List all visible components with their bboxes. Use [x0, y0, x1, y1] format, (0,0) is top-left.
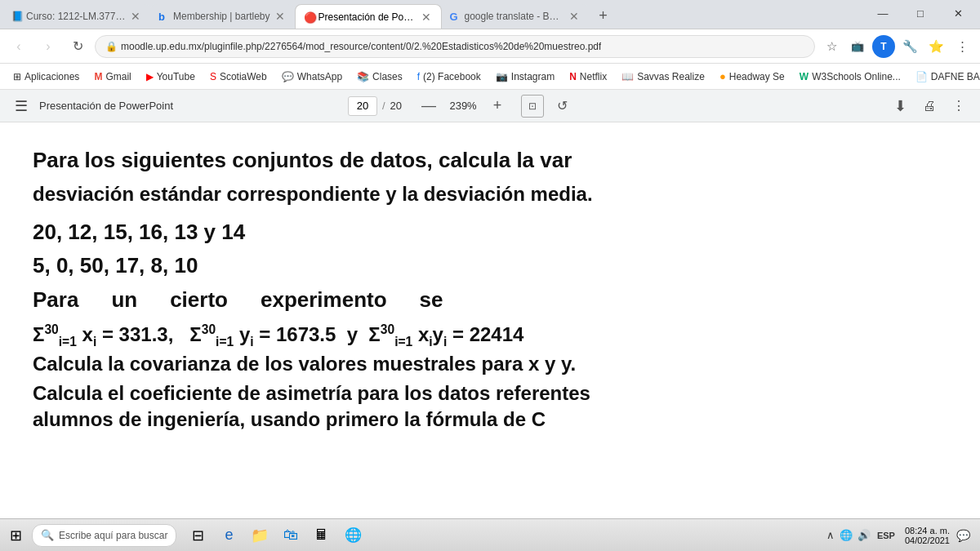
window-controls: — □ ✕: [864, 1, 977, 25]
taskbar-store[interactable]: 🛍: [276, 521, 305, 550]
tab-title-3: Presentación de PowerPoint: [318, 11, 416, 23]
start-button[interactable]: ⊞: [3, 521, 29, 550]
taskbar-right: ∧ 🌐 🔊 ESP 08:24 a. m. 04/02/2021 💬: [826, 526, 977, 545]
maximize-button[interactable]: □: [902, 1, 939, 25]
pdf-zoom-in-button[interactable]: +: [487, 96, 508, 117]
clock-date: 04/02/2021: [905, 535, 950, 545]
pdf-zoom-out-button[interactable]: —: [418, 96, 439, 117]
pdf-download-icon[interactable]: ⬇: [889, 95, 911, 118]
taskbar-edge[interactable]: e: [214, 521, 243, 550]
minimize-button[interactable]: —: [864, 1, 902, 25]
bookmark-gmail[interactable]: M Gmail: [87, 69, 137, 85]
bookmark-savvas[interactable]: 📖 Savvas Realize: [615, 69, 711, 85]
bookmark-label-aplicaciones: Aplicaciones: [24, 71, 79, 82]
bookmark-star-icon[interactable]: ☆: [820, 35, 843, 58]
extension1-icon[interactable]: 🔧: [898, 35, 921, 58]
apps-icon: ⊞: [13, 71, 21, 82]
pdf-page-input[interactable]: [348, 96, 377, 116]
bookmark-clases[interactable]: 📚 Clases: [350, 69, 409, 85]
pdf-calcula2: Calcula el coeficiente de asimetría para…: [33, 382, 947, 405]
address-bar[interactable]: 🔒 moodle.up.edu.mx/pluginfile.php/227656…: [95, 35, 815, 58]
tab-close-2[interactable]: ✕: [274, 10, 287, 23]
pdf-menu-button[interactable]: ☰: [10, 95, 33, 118]
account-icon[interactable]: T: [872, 35, 895, 58]
bookmark-youtube[interactable]: ▶ YouTube: [140, 69, 202, 85]
pdf-toolbar: ☰ Presentación de PowerPoint / 20 — 239%…: [0, 90, 980, 122]
tray-volume-icon[interactable]: 🔊: [858, 529, 871, 541]
bookmark-label-w3schools: W3Schools Online...: [812, 71, 901, 82]
tab-curso[interactable]: 📘 Curso: 1212-LM.3772 Estadística ✕: [3, 4, 150, 29]
taskbar-chrome[interactable]: 🌐: [338, 521, 368, 550]
forward-button[interactable]: ›: [36, 34, 60, 59]
pdf-more-icon[interactable]: ⋮: [947, 95, 970, 118]
tab-title-1: Curso: 1212-LM.3772 Estadística: [26, 11, 126, 22]
pdf-fit-icon[interactable]: ⊡: [521, 95, 544, 118]
savvas-icon: 📖: [621, 71, 634, 82]
tab-ppt[interactable]: 🔴 Presentación de PowerPoint ✕: [295, 4, 442, 29]
tab-bartleby[interactable]: b Membership | bartleby ✕: [150, 4, 295, 29]
bookmark-label-savvas: Savvas Realize: [637, 71, 705, 82]
tray-caret-icon[interactable]: ∧: [826, 529, 835, 541]
pdf-print-icon[interactable]: 🖨: [918, 95, 941, 118]
extension2-icon[interactable]: ⭐: [924, 35, 947, 58]
bookmark-label-youtube: YouTube: [157, 71, 195, 82]
back-button[interactable]: ‹: [7, 34, 31, 59]
cast-icon[interactable]: 📺: [846, 35, 869, 58]
bookmark-label-instagram: Instagram: [511, 71, 555, 82]
bookmark-scotiaweb[interactable]: S ScotiaWeb: [203, 69, 274, 85]
taskbar-search[interactable]: 🔍 Escribe aquí para buscar: [32, 524, 176, 547]
pdf-calcula1: Calcula la covarianza de los valores mue…: [33, 353, 947, 375]
tab-close-4[interactable]: ✕: [568, 10, 581, 23]
bookmark-aplicaciones[interactable]: ⊞ Aplicaciones: [7, 69, 86, 85]
reload-button[interactable]: ↻: [65, 34, 90, 59]
pdf-para-un: un: [111, 287, 137, 314]
pdf-page-separator: /: [382, 100, 385, 112]
taskbar-clock[interactable]: 08:24 a. m. 04/02/2021: [902, 526, 953, 545]
bookmark-label-gmail: Gmail: [105, 71, 131, 82]
pdf-total-pages: 20: [390, 100, 402, 112]
tab-favicon-4: G: [450, 11, 461, 22]
bookmark-label-headway: Headway Se: [729, 71, 785, 82]
tab-close-3[interactable]: ✕: [420, 11, 433, 24]
bookmarks-bar: ⊞ Aplicaciones M Gmail ▶ YouTube S Scoti…: [0, 64, 980, 90]
w3schools-icon: W: [800, 71, 808, 82]
taskbar: ⊞ 🔍 Escribe aquí para buscar ⊟ e 📁 🛍 🖩 🌐…: [0, 518, 980, 551]
bookmark-instagram[interactable]: 📷 Instagram: [489, 69, 561, 85]
bookmark-w3schools[interactable]: W W3Schools Online...: [793, 69, 907, 85]
taskbar-file-explorer[interactable]: 📁: [245, 521, 274, 550]
bookmark-dafne[interactable]: 📄 DAFNE BARRERA T...: [909, 69, 980, 85]
bookmark-headway[interactable]: ● Headway Se: [713, 68, 791, 85]
bookmark-facebook[interactable]: f (2) Facebook: [411, 69, 488, 85]
scotiaweb-icon: S: [210, 71, 216, 82]
youtube-icon: ▶: [146, 71, 154, 82]
bookmark-netflix[interactable]: N Netflix: [563, 69, 613, 85]
browser-window: 📘 Curso: 1212-LM.3772 Estadística ✕ b Me…: [0, 0, 980, 551]
tab-close-1[interactable]: ✕: [129, 10, 142, 23]
tab-favicon-1: 📘: [11, 11, 23, 22]
taskbar-calculator[interactable]: 🖩: [307, 521, 336, 550]
close-button[interactable]: ✕: [939, 1, 977, 25]
facebook-icon: f: [417, 71, 420, 82]
taskbar-task-view[interactable]: ⊟: [183, 521, 212, 550]
bookmark-label-whatsapp: WhatsApp: [297, 71, 342, 82]
pdf-para-para: Para: [33, 287, 78, 314]
pdf-heading-line2: desviación estándar correspondiente y la…: [33, 181, 947, 207]
dafne-icon: 📄: [915, 71, 928, 82]
bookmark-label-facebook: (2) Facebook: [423, 71, 481, 82]
headway-icon: ●: [719, 70, 726, 82]
pdf-rotate-icon[interactable]: ↺: [550, 95, 573, 118]
tray-network-icon[interactable]: 🌐: [840, 529, 853, 541]
bookmark-whatsapp[interactable]: 💬 WhatsApp: [275, 69, 349, 85]
taskbar-pinned-icons: ⊟ e 📁 🛍 🖩 🌐: [183, 521, 368, 550]
search-icon: 🔍: [41, 529, 54, 541]
whatsapp-icon: 💬: [282, 71, 294, 82]
tab-google[interactable]: G google translate - Buscar con Go ✕: [442, 4, 589, 29]
new-tab-button[interactable]: +: [592, 4, 615, 27]
netflix-icon: N: [569, 71, 577, 82]
menu-button[interactable]: ⋮: [951, 35, 973, 58]
tab-favicon-3: 🔴: [304, 11, 315, 23]
language-indicator[interactable]: ESP: [874, 531, 898, 540]
bookmark-label-clases: Clases: [372, 71, 403, 82]
pdf-para-se: se: [420, 287, 443, 314]
notification-icon[interactable]: 💬: [956, 529, 970, 542]
